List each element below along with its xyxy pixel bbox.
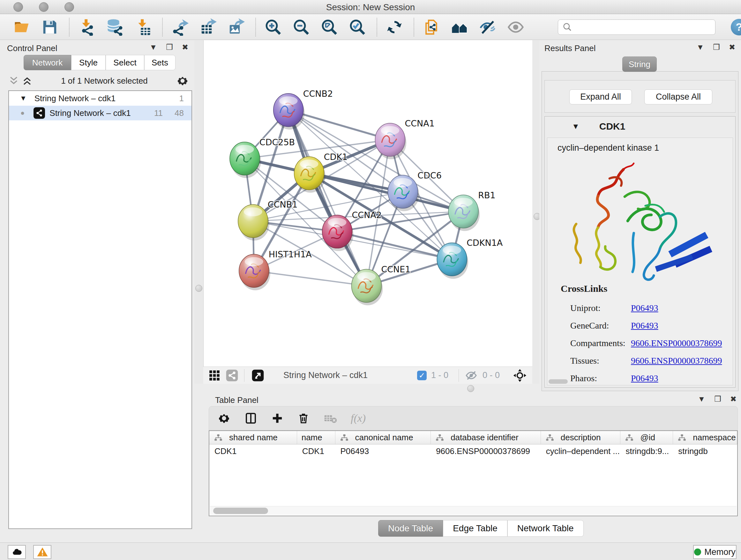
column-header--id[interactable]: @id bbox=[620, 431, 673, 444]
left-splitter[interactable] bbox=[194, 40, 204, 384]
table-cell[interactable]: stringdb bbox=[673, 444, 737, 458]
table-h-scrollbar-thumb[interactable] bbox=[213, 508, 268, 514]
search-input[interactable] bbox=[558, 19, 716, 35]
function-builder-button[interactable]: f(x) bbox=[351, 412, 366, 424]
table-cell[interactable]: CDK1 bbox=[297, 444, 335, 458]
show-all-button[interactable] bbox=[507, 18, 525, 36]
grid-view-icon[interactable] bbox=[208, 369, 220, 381]
cloud-button[interactable] bbox=[8, 545, 26, 559]
import-table-button[interactable] bbox=[134, 18, 152, 36]
network-node-RB1[interactable] bbox=[448, 195, 480, 231]
first-neighbors-button[interactable] bbox=[451, 18, 468, 36]
gene-collapse-icon[interactable]: ▼ bbox=[572, 122, 580, 131]
results-panel-menu-icon[interactable]: ▼ bbox=[697, 43, 704, 52]
left-splitter-grip[interactable] bbox=[195, 285, 202, 292]
network-node-CDC25B[interactable] bbox=[230, 142, 261, 178]
results-panel-float-icon[interactable]: ❒ bbox=[713, 43, 720, 52]
delete-column-button[interactable] bbox=[297, 412, 310, 425]
control-panel-float-icon[interactable]: ❒ bbox=[166, 43, 173, 52]
bottom-splitter-grip[interactable] bbox=[467, 385, 474, 392]
selected-checkbox-icon[interactable]: ✓ bbox=[417, 371, 427, 380]
network-node-CDKN1A[interactable] bbox=[437, 243, 468, 279]
network-node-CCNE1[interactable] bbox=[352, 269, 383, 305]
crosslink-value-link[interactable]: P06493 bbox=[631, 320, 658, 331]
table-cell[interactable]: CDK1 bbox=[209, 444, 297, 458]
results-scrollbar-thumb[interactable] bbox=[549, 379, 568, 384]
apply-layout-button[interactable] bbox=[386, 18, 403, 36]
table-cell[interactable]: stringdb:9... bbox=[620, 444, 673, 458]
network-node-CDK1[interactable] bbox=[294, 157, 326, 193]
gene-section-header[interactable]: ▼ CDK1 bbox=[545, 117, 735, 136]
network-edge-HIST1H1A-CCNE1[interactable] bbox=[254, 271, 367, 286]
control-panel-close-icon[interactable]: ✖ bbox=[182, 43, 188, 52]
import-network-button[interactable] bbox=[78, 18, 96, 36]
column-header-shared-name[interactable]: shared name bbox=[209, 431, 297, 444]
tab-sets[interactable]: Sets bbox=[144, 55, 176, 70]
network-node-HIST1H1A[interactable] bbox=[239, 254, 270, 290]
tab-edge-table[interactable]: Edge Table bbox=[443, 520, 508, 537]
control-panel-menu-icon[interactable]: ▼ bbox=[150, 43, 157, 52]
gear-icon[interactable] bbox=[176, 74, 189, 87]
table-cell[interactable]: P06493 bbox=[335, 444, 431, 458]
network-node-CCNA1[interactable] bbox=[375, 123, 406, 159]
tab-string[interactable]: String bbox=[622, 57, 657, 72]
clone-network-button[interactable] bbox=[422, 18, 441, 36]
export-network-button[interactable] bbox=[171, 18, 189, 36]
warnings-button[interactable] bbox=[33, 545, 51, 559]
import-network-from-database-button[interactable] bbox=[106, 18, 124, 36]
collapse-all-button[interactable]: Collapse All bbox=[644, 89, 712, 105]
network-collection-row[interactable]: ▼ String Network – cdk1 1 bbox=[9, 91, 192, 106]
crosslink-label: GeneCard: bbox=[570, 320, 631, 331]
column-header-database-identifier[interactable]: database identifier bbox=[431, 431, 541, 444]
help-button[interactable]: ? bbox=[731, 19, 741, 36]
zoom-fit-button[interactable] bbox=[320, 18, 338, 36]
tab-node-table[interactable]: Node Table bbox=[378, 520, 443, 537]
table-h-scrollbar[interactable] bbox=[210, 506, 737, 515]
network-graph[interactable]: CCNB2CCNA1CDC25BCDK1CDC6RB1CCNB1CCNA2CDK… bbox=[204, 40, 532, 366]
open-in-new-window-icon[interactable] bbox=[252, 369, 264, 382]
results-panel-close-icon[interactable]: ✖ bbox=[729, 43, 735, 52]
delete-table-button[interactable] bbox=[323, 411, 337, 425]
zoom-out-button[interactable] bbox=[292, 18, 310, 36]
expand-all-icon[interactable] bbox=[22, 75, 32, 86]
collection-expand-icon[interactable]: ▼ bbox=[20, 94, 27, 103]
table-cell[interactable]: cyclin–dependent ... bbox=[541, 444, 621, 458]
table-panel-float-icon[interactable]: ❒ bbox=[714, 395, 721, 403]
tab-network-table[interactable]: Network Table bbox=[508, 520, 584, 537]
save-session-button[interactable] bbox=[41, 18, 59, 36]
memory-button[interactable]: Memory bbox=[693, 545, 737, 559]
tab-network[interactable]: Network bbox=[23, 55, 71, 70]
column-header-description[interactable]: description bbox=[541, 431, 621, 444]
collapse-all-icon[interactable] bbox=[8, 75, 19, 86]
crosslink-value-link[interactable]: P06493 bbox=[631, 373, 658, 383]
hide-selected-button[interactable] bbox=[479, 18, 496, 36]
birds-eye-view-icon[interactable] bbox=[513, 368, 527, 383]
crosslink-value-link[interactable]: 9606.ENSP00000378699 bbox=[631, 356, 722, 366]
show-columns-button[interactable] bbox=[244, 412, 258, 425]
table-panel-close-icon[interactable]: ✖ bbox=[730, 395, 737, 403]
network-canvas[interactable]: CCNB2CCNA1CDC25BCDK1CDC6RB1CCNB1CCNA2CDK… bbox=[203, 40, 532, 367]
network-edge-CCNB2-CCNE1[interactable] bbox=[288, 110, 367, 286]
network-row[interactable]: ● String Network – cdk1 11 48 bbox=[9, 106, 192, 120]
network-node-CCNA2[interactable] bbox=[322, 215, 354, 251]
expand-all-button[interactable]: Expand All bbox=[569, 89, 632, 105]
open-session-button[interactable] bbox=[13, 18, 30, 36]
column-header-name[interactable]: name bbox=[297, 431, 335, 444]
table-row[interactable]: CDK1CDK1P064939606.ENSP00000378699cyclin… bbox=[209, 444, 737, 458]
export-table-button[interactable] bbox=[199, 18, 217, 36]
tab-style[interactable]: Style bbox=[71, 55, 106, 70]
network-node-CCNB2[interactable] bbox=[273, 94, 305, 130]
table-cell[interactable]: 9606.ENSP00000378699 bbox=[431, 444, 541, 458]
string-view-icon[interactable] bbox=[226, 369, 239, 382]
add-column-button[interactable] bbox=[271, 412, 284, 425]
zoom-selected-button[interactable] bbox=[348, 18, 366, 36]
tab-select[interactable]: Select bbox=[106, 55, 144, 70]
table-panel-menu-icon[interactable]: ▼ bbox=[698, 395, 705, 403]
crosslink-value-link[interactable]: 9606.ENSP00000378699 bbox=[631, 338, 722, 348]
column-header-canonical-name[interactable]: canonical name bbox=[335, 431, 431, 444]
table-settings-button[interactable] bbox=[217, 412, 231, 425]
zoom-in-button[interactable] bbox=[264, 18, 282, 36]
crosslink-value-link[interactable]: P06493 bbox=[631, 303, 658, 313]
export-image-button[interactable] bbox=[227, 18, 245, 36]
column-header-namespace[interactable]: namespace bbox=[673, 431, 737, 444]
